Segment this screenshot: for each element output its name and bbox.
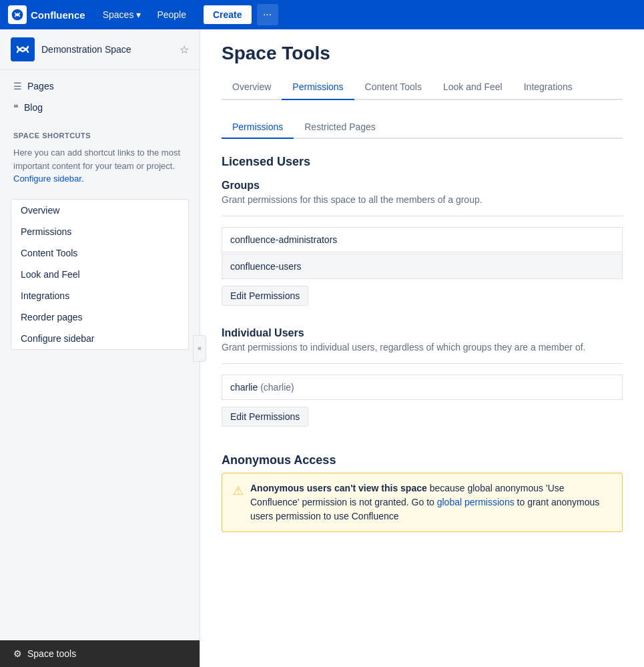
warning-text: Anonymous users can't view this space be… <box>250 481 611 523</box>
sidebar-item-blog[interactable]: ❝ Blog <box>0 97 200 118</box>
pages-label: Pages <box>27 81 54 91</box>
group-row-users: confluence-users <box>222 254 623 279</box>
space-tools-button[interactable]: ⚙ Space tools <box>0 640 200 667</box>
sidebar-item-pages[interactable]: ☰ Pages <box>0 75 200 97</box>
pages-icon: ☰ <box>13 81 22 91</box>
user-row-charlie: charlie (charlie) <box>222 375 623 400</box>
sub-tabs: Permissions Restricted Pages <box>222 116 623 139</box>
content-area: Permissions Restricted Pages Licensed Us… <box>200 100 644 548</box>
tab-overview[interactable]: Overview <box>222 75 282 100</box>
menu-item-overview[interactable]: Overview <box>11 200 188 221</box>
tab-permissions[interactable]: Permissions <box>282 75 354 100</box>
page-header: Space Tools Overview Permissions Content… <box>200 29 644 100</box>
menu-item-configure-sidebar[interactable]: Configure sidebar <box>11 328 188 349</box>
space-tools-label: Space tools <box>27 648 76 659</box>
edit-permissions-groups-button[interactable]: Edit Permissions <box>222 286 308 306</box>
gear-icon: ⚙ <box>13 648 22 659</box>
sidebar: Demonstration Space ☆ ☰ Pages ❝ Blog SPA… <box>0 29 200 667</box>
menu-item-integrations[interactable]: Integrations <box>11 285 188 306</box>
configure-sidebar-link[interactable]: Configure sidebar. <box>13 174 84 184</box>
spaces-nav-link[interactable]: Spaces ▾ <box>96 5 148 24</box>
main-content: Space Tools Overview Permissions Content… <box>200 29 644 667</box>
shortcuts-text: Here you can add shortcut links to the m… <box>0 142 200 194</box>
blog-label: Blog <box>24 102 43 113</box>
more-options-button[interactable]: ··· <box>257 4 278 25</box>
anonymous-access-title: Anonymous Access <box>222 453 623 467</box>
sidebar-collapse-button[interactable]: « <box>193 335 206 362</box>
space-name: Demonstration Space <box>41 44 173 55</box>
tab-look-and-feel[interactable]: Look and Feel <box>432 75 513 100</box>
licensed-users-title: Licensed Users <box>222 155 623 169</box>
individual-users-description: Grant permissions to individual users, r… <box>222 342 623 353</box>
groups-description: Grant permissions for this space to all … <box>222 194 623 205</box>
individual-users-divider <box>222 363 623 364</box>
group-row-administrators: confluence-administrators <box>222 227 623 252</box>
logo-icon <box>8 5 27 24</box>
user-username: (charlie) <box>260 382 294 393</box>
edit-permissions-users-button[interactable]: Edit Permissions <box>222 407 308 427</box>
menu-item-look-and-feel[interactable]: Look and Feel <box>11 264 188 285</box>
space-avatar <box>11 37 35 61</box>
people-nav-link[interactable]: People <box>150 5 193 24</box>
anonymous-access-warning: ⚠ Anonymous users can't view this space … <box>222 473 623 532</box>
space-tools-menu: Overview Permissions Content Tools Look … <box>11 199 189 350</box>
blog-icon: ❝ <box>13 102 19 113</box>
groups-divider <box>222 216 623 216</box>
star-icon[interactable]: ☆ <box>180 43 189 56</box>
menu-item-permissions[interactable]: Permissions <box>11 221 188 242</box>
page-title: Space Tools <box>222 43 623 64</box>
user-display-name: charlie <box>230 382 258 393</box>
tab-integrations[interactable]: Integrations <box>513 75 583 100</box>
individual-users-title: Individual Users <box>222 327 623 339</box>
tabs-bar: Overview Permissions Content Tools Look … <box>222 75 623 100</box>
menu-item-reorder-pages[interactable]: Reorder pages <box>11 306 188 328</box>
sub-tab-permissions[interactable]: Permissions <box>222 116 294 139</box>
collapse-icon: « <box>198 345 202 352</box>
warning-bold-text: Anonymous users can't view this space <box>250 483 427 493</box>
top-navigation: Confluence Spaces ▾ People Create ··· <box>0 0 644 29</box>
tab-content-tools[interactable]: Content Tools <box>354 75 432 100</box>
logo-text: Confluence <box>31 9 85 21</box>
chevron-down-icon: ▾ <box>136 9 141 20</box>
warning-icon: ⚠ <box>233 482 244 500</box>
shortcuts-title: SPACE SHORTCUTS <box>0 124 200 142</box>
app-layout: Demonstration Space ☆ ☰ Pages ❝ Blog SPA… <box>0 29 644 667</box>
groups-title: Groups <box>222 180 623 192</box>
sidebar-navigation: ☰ Pages ❝ Blog <box>0 70 200 124</box>
space-header: Demonstration Space ☆ <box>0 29 200 70</box>
global-permissions-link[interactable]: global permissions <box>437 497 515 507</box>
top-nav-links: Spaces ▾ People <box>96 5 193 24</box>
logo[interactable]: Confluence <box>8 5 85 24</box>
menu-item-content-tools[interactable]: Content Tools <box>11 242 188 264</box>
create-button[interactable]: Create <box>204 5 252 24</box>
sub-tab-restricted-pages[interactable]: Restricted Pages <box>294 116 386 139</box>
